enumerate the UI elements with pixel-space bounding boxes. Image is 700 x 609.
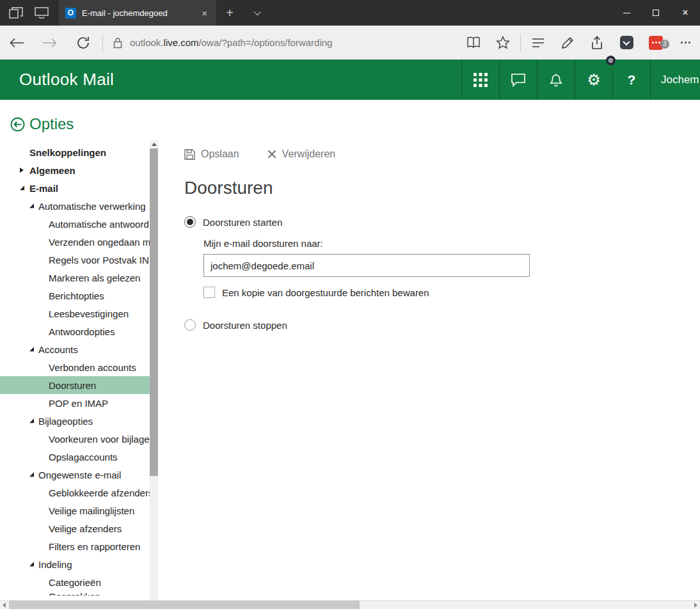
sidebar-item-automatische-antwoord[interactable]: Automatische antwoord (0, 215, 150, 233)
share-icon[interactable] (582, 36, 612, 50)
sidebar-item-label: Berichtopties (49, 290, 104, 301)
outlook-header: Outlook Mail ⚙ ? ⚙ Jochem (0, 59, 700, 100)
sidebar-item-voorkeuren-voor-bijlage[interactable]: Voorkeuren voor bijlage (0, 430, 150, 448)
reading-view-icon[interactable] (459, 36, 488, 49)
horizontal-scrollbar-thumb[interactable] (9, 601, 360, 609)
sidebar-item-label: Categorieën (49, 577, 101, 588)
sidebar-item-regels-voor-postvak-in[interactable]: Regels voor Postvak IN (0, 251, 150, 269)
outlook-favicon: O (65, 8, 76, 19)
page-title: Doorsturen (184, 178, 581, 198)
delete-button[interactable]: Verwijderen (267, 148, 336, 160)
chevron-expanded-icon[interactable] (20, 186, 24, 190)
options-back-header[interactable]: Opties (0, 100, 700, 139)
chevron-expanded-icon[interactable] (29, 347, 34, 351)
sidebar-item-verbonden-accounts[interactable]: Verbonden accounts (0, 358, 150, 376)
new-tab-button[interactable]: + (216, 0, 243, 26)
sidebar-item-doorsturen[interactable]: Doorsturen (0, 376, 150, 394)
help-icon: ? (628, 72, 636, 88)
chevron-expanded-icon[interactable] (29, 472, 34, 477)
sidebar-item-bijlageopties[interactable]: Bijlageopties (0, 412, 150, 430)
settings-button[interactable]: ⚙ (575, 59, 612, 100)
save-floppy-icon (184, 149, 195, 160)
notifications-button[interactable] (537, 59, 575, 100)
scrollbar-left-arrow-icon[interactable] (3, 603, 6, 608)
close-button[interactable]: × (671, 0, 700, 26)
chevron-right-icon[interactable] (20, 168, 24, 173)
toolbar-separator (102, 34, 103, 52)
chevron-expanded-icon[interactable] (29, 203, 34, 208)
web-note-pen-icon[interactable] (553, 36, 582, 50)
sidebar-item-label: Verbonden accounts (49, 362, 136, 373)
extension-badge: 3 (660, 40, 669, 49)
red-extension-icon[interactable]: 3 (641, 36, 671, 50)
sidebar-item-accounts[interactable]: Accounts (0, 340, 150, 358)
back-button[interactable] (0, 38, 33, 48)
sidebar-item-ongewenste-e-mail[interactable]: Ongewenste e-mail (0, 466, 150, 484)
sidebar-item-label: Regels voor Postvak IN (49, 255, 149, 265)
help-button[interactable]: ? ⚙ (612, 59, 650, 100)
sidebar-item-label: Voorkeuren voor bijlage (49, 434, 150, 445)
sidebar-item-leesbevestigingen[interactable]: Leesbevestigingen (0, 304, 150, 322)
options-page: Opties SnelkoppelingenAlgemeenE-mailAuto… (0, 100, 700, 600)
horizontal-scrollbar[interactable] (0, 600, 700, 609)
sidebar-item-label: Ongewenste e-mail (38, 470, 121, 480)
sidebar-item-antwoordopties[interactable]: Antwoordopties (0, 322, 150, 340)
sidebar-item-veilige-mailinglijsten[interactable]: Veilige mailinglijsten (0, 502, 150, 519)
sidebar-item-markeren-als-gelezen[interactable]: Markeren als gelezen (0, 269, 150, 287)
browser-tab-active[interactable]: O E-mail - jochemdegoed × (59, 0, 216, 26)
sidebar-item-indeling[interactable]: Indeling (0, 555, 150, 573)
sidebar-item-categorie-n[interactable]: Categorieën (0, 573, 150, 591)
chevron-expanded-icon[interactable] (29, 562, 34, 566)
chat-bubble-icon (511, 73, 526, 87)
browser-toolbar: outlook.live.com/owa/?path=/options/forw… (0, 26, 700, 59)
scrollbar-right-arrow-icon[interactable] (694, 603, 697, 608)
sidebar-item-filters-en-rapporteren[interactable]: Filters en rapporteren (0, 537, 150, 555)
sidebar-item-algemeen[interactable]: Algemeen (0, 161, 150, 179)
sidebar-item-snelkoppelingen[interactable]: Snelkoppelingen (0, 143, 150, 161)
sidebar-item-verzenden-ongedaan-m[interactable]: Verzenden ongedaan m (0, 233, 150, 251)
save-button[interactable]: Opslaan (184, 148, 239, 160)
sidebar-item-label: Veilige afzenders (49, 523, 122, 534)
radio-start-forwarding[interactable] (184, 216, 196, 228)
minimize-button[interactable] (612, 0, 641, 26)
tab-list-chevron-icon[interactable] (243, 0, 270, 26)
browser-titlebar: O E-mail - jochemdegoed × + × (0, 0, 700, 26)
favorites-star-icon[interactable] (488, 36, 518, 49)
more-actions-icon[interactable] (671, 42, 700, 44)
radio-start-label: Doorsturen starten (203, 217, 282, 228)
user-name[interactable]: Jochem (650, 59, 700, 100)
sidebar-item-opslagaccounts[interactable]: Opslagaccounts (0, 448, 150, 466)
sidebar-item-label: Markeren als gelezen (49, 273, 140, 283)
set-aside-tabs-icon[interactable] (9, 7, 23, 19)
sidebar-item-e-mail[interactable]: E-mail (0, 179, 150, 197)
sidebar-item-veilige-afzenders[interactable]: Veilige afzenders (0, 519, 150, 537)
scrollbar-up-arrow-icon[interactable] (152, 143, 157, 146)
sidebar-item-automatische-verwerking[interactable]: Automatische verwerking (0, 197, 150, 215)
tab-close-icon[interactable]: × (199, 7, 210, 19)
sidebar-scrollbar[interactable] (150, 140, 158, 600)
sidebar-item-gesprekken[interactable]: Gesprekken (0, 591, 150, 596)
sidebar-item-pop-en-imap[interactable]: POP en IMAP (0, 394, 150, 412)
chevron-expanded-icon[interactable] (29, 418, 34, 423)
sidebar-item-label: Doorsturen (49, 380, 96, 391)
sidebar-item-label: Filters en rapporteren (49, 541, 140, 552)
refresh-button[interactable] (67, 35, 100, 51)
sidebar-item-berichtopties[interactable]: Berichtopties (0, 287, 150, 304)
url-path: /owa/?path=/options/forwarding (199, 37, 333, 48)
chat-button[interactable] (499, 59, 537, 100)
hub-icon[interactable] (523, 37, 553, 49)
keep-copy-checkbox[interactable] (203, 287, 215, 298)
app-launcher-button[interactable] (461, 59, 499, 100)
maximize-button[interactable] (641, 0, 671, 26)
lock-icon[interactable] (106, 36, 130, 49)
address-bar[interactable]: outlook.live.com/owa/?path=/options/forw… (130, 37, 459, 48)
show-tab-previews-icon[interactable] (35, 7, 49, 19)
options-sidebar: SnelkoppelingenAlgemeenE-mailAutomatisch… (0, 139, 150, 596)
sidebar-item-geblokkeerde-afzenders[interactable]: Geblokkeerde afzenders (0, 484, 150, 502)
pocket-extension-icon[interactable] (612, 36, 641, 49)
forward-start-option: Doorsturen starten (184, 216, 581, 228)
radio-stop-forwarding[interactable] (184, 319, 196, 331)
forward-button[interactable] (33, 38, 67, 48)
scrollbar-thumb[interactable] (150, 148, 158, 476)
forward-address-input[interactable] (203, 254, 530, 277)
